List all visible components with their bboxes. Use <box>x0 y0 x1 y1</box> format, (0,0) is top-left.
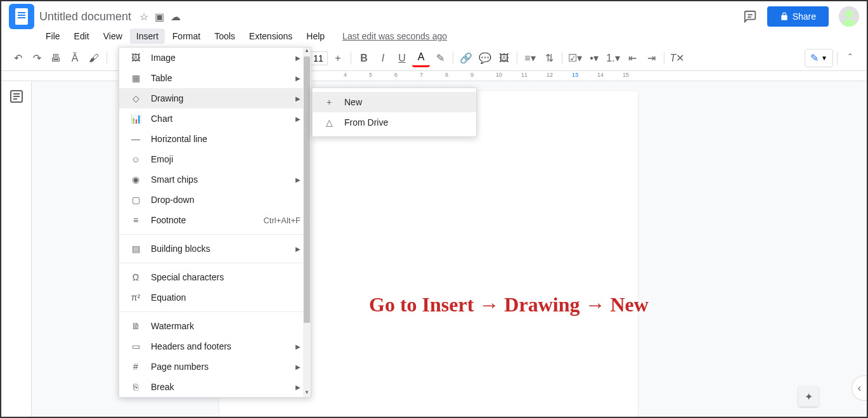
menu-help[interactable]: Help <box>300 29 331 44</box>
share-label: Share <box>793 11 816 22</box>
drawing-new[interactable]: + New <box>313 92 476 112</box>
chevron-right-icon: ▶ <box>295 343 301 350</box>
hr-icon: — <box>129 134 142 144</box>
last-edit-link[interactable]: Last edit was seconds ago <box>342 31 447 41</box>
insert-headers-footers[interactable]: ▭ Headers and footers ▶ <box>119 336 311 356</box>
ruler-mark: 4 <box>344 72 347 78</box>
insert-equation[interactable]: π² Equation <box>119 287 311 308</box>
user-avatar[interactable] <box>839 6 859 27</box>
menu-tools[interactable]: Tools <box>208 29 242 44</box>
scrollbar-thumb[interactable] <box>304 56 310 323</box>
star-icon[interactable]: ☆ <box>139 11 148 23</box>
chevron-right-icon: ▶ <box>295 95 301 102</box>
document-title[interactable]: Untitled document <box>39 10 131 23</box>
insert-special-characters[interactable]: Ω Special characters <box>119 267 311 287</box>
insert-chart[interactable]: 📊 Chart ▶ <box>119 108 311 129</box>
insert-emoji[interactable]: ☺ Emoji <box>119 149 311 169</box>
align-button[interactable]: ≡▾ <box>521 49 539 67</box>
share-button[interactable]: Share <box>767 6 829 27</box>
svg-point-3 <box>845 10 853 18</box>
explore-button[interactable]: ✦ <box>798 386 819 407</box>
header: Untitled document ☆ ▣ ☁ Share <box>1 1 867 27</box>
redo-button[interactable]: ↷ <box>28 49 46 67</box>
chips-icon: ◉ <box>129 174 142 185</box>
separator <box>562 52 562 65</box>
highlight-button[interactable]: ✎ <box>431 49 449 67</box>
clear-formatting-button[interactable]: T✕ <box>668 49 686 67</box>
menu-insert[interactable]: Insert <box>130 29 165 44</box>
dropdown-icon: ▢ <box>129 195 142 205</box>
underline-button[interactable]: U <box>393 49 411 67</box>
insert-watermark[interactable]: 🗎 Watermark <box>119 316 311 336</box>
instruction-annotation: Go to Insert → Drawing → New <box>369 293 649 317</box>
insert-image[interactable]: 🖼 Image ▶ <box>119 48 311 68</box>
italic-button[interactable]: I <box>374 49 392 67</box>
header-right: Share <box>743 6 859 27</box>
menu-view[interactable]: View <box>97 29 129 44</box>
left-sidebar <box>1 81 32 417</box>
indent-decrease-button[interactable]: ⇤ <box>623 49 641 67</box>
insert-dropdown-menu: 🖼 Image ▶ ▦ Table ▶ ◇ Drawing ▶ 📊 Chart … <box>119 47 311 398</box>
insert-horizontal-line[interactable]: — Horizontal line <box>119 129 311 149</box>
menu-shortcut: Ctrl+Alt+F <box>263 216 301 225</box>
insert-page-numbers[interactable]: # Page numbers ▶ <box>119 356 311 377</box>
menu-scrollbar[interactable]: ▲ ▼ <box>303 48 311 397</box>
ruler-mark: 8 <box>445 72 448 78</box>
bullet-list-button[interactable]: •▾ <box>585 49 603 67</box>
paint-format-button[interactable]: 🖌 <box>85 49 103 67</box>
checklist-button[interactable]: ☑▾ <box>566 49 584 67</box>
font-size-input[interactable]: 11 <box>309 51 328 65</box>
insert-break[interactable]: ⎘ Break ▶ <box>119 377 311 397</box>
insert-building-blocks[interactable]: ▤ Building blocks ▶ <box>119 238 311 259</box>
separator <box>453 52 453 65</box>
menu-extensions[interactable]: Extensions <box>243 29 299 44</box>
undo-button[interactable]: ↶ <box>9 49 27 67</box>
insert-drawing[interactable]: ◇ Drawing ▶ <box>119 88 311 108</box>
comments-icon[interactable] <box>743 10 757 23</box>
add-comment-button[interactable]: 💬 <box>476 49 494 67</box>
menu-file[interactable]: File <box>39 29 67 44</box>
chevron-right-icon: ▶ <box>295 115 301 122</box>
menu-label: Special characters <box>151 272 224 282</box>
text-color-button[interactable]: A <box>412 49 430 67</box>
drawing-submenu: + New △ From Drive <box>312 88 477 137</box>
vertical-ruler[interactable] <box>32 81 42 417</box>
font-size-increase[interactable]: + <box>329 49 347 67</box>
move-icon[interactable]: ▣ <box>155 11 164 23</box>
insert-image-button[interactable]: 🖼 <box>495 49 513 67</box>
menu-label: Building blocks <box>151 244 210 254</box>
insert-dropdown[interactable]: ▢ Drop-down <box>119 190 311 210</box>
separator <box>107 52 107 65</box>
menu-label: Image <box>151 53 176 63</box>
menubar: File Edit View Insert Format Tools Exten… <box>1 27 867 46</box>
chevron-right-icon: ▶ <box>295 75 301 82</box>
menu-label: Smart chips <box>151 174 198 185</box>
insert-smart-chips[interactable]: ◉ Smart chips ▶ <box>119 169 311 190</box>
indent-increase-button[interactable]: ⇥ <box>642 49 660 67</box>
print-button[interactable]: 🖶 <box>47 49 65 67</box>
chart-icon: 📊 <box>129 114 142 124</box>
break-icon: ⎘ <box>129 382 142 392</box>
ruler-mark: 7 <box>420 72 423 78</box>
docs-logo[interactable] <box>9 4 34 29</box>
insert-link-button[interactable]: 🔗 <box>457 49 475 67</box>
outline-icon[interactable] <box>9 89 24 104</box>
menu-edit[interactable]: Edit <box>68 29 96 44</box>
collapse-toolbar-button[interactable]: ˆ <box>841 49 859 67</box>
cloud-icon[interactable]: ☁ <box>171 11 181 23</box>
numbered-list-button[interactable]: 1.▾ <box>604 49 622 67</box>
line-spacing-button[interactable]: ⇅ <box>540 49 558 67</box>
menu-label: New <box>344 97 362 107</box>
emoji-icon: ☺ <box>129 154 142 164</box>
editing-mode-button[interactable]: ✎ ▼ <box>805 49 833 67</box>
scroll-down-arrow[interactable]: ▼ <box>303 389 311 397</box>
chevron-down-icon: ▼ <box>821 55 827 62</box>
bold-button[interactable]: B <box>355 49 373 67</box>
menu-format[interactable]: Format <box>166 29 207 44</box>
drawing-from-drive[interactable]: △ From Drive <box>313 112 476 133</box>
spellcheck-button[interactable]: Ă <box>66 49 84 67</box>
scroll-up-arrow[interactable]: ▲ <box>303 48 311 55</box>
insert-footnote[interactable]: ≡ Footnote Ctrl+Alt+F <box>119 210 311 230</box>
insert-table[interactable]: ▦ Table ▶ <box>119 68 311 88</box>
drive-icon: △ <box>323 117 335 127</box>
